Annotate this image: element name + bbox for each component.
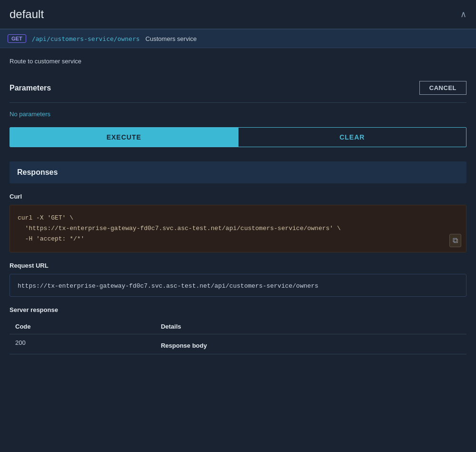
cancel-button[interactable]: CANCEL	[419, 81, 466, 95]
execute-button[interactable]: EXECUTE	[10, 128, 238, 147]
server-response-section: Server response Code Details 200 Respons…	[10, 306, 466, 354]
copy-icon[interactable]: ⧉	[449, 234, 461, 247]
api-path: /api/customers-service/owners	[32, 35, 140, 42]
curl-section: Curl curl -X 'GET' \ 'https://tx-enterpr…	[10, 193, 466, 252]
response-body-label: Response body	[161, 342, 461, 349]
response-details: Response body	[155, 334, 466, 354]
page-container: default ∧ GET /api/customers-service/own…	[0, 0, 476, 375]
table-header-row: Code Details	[10, 319, 466, 334]
clear-button[interactable]: CLEAR	[238, 128, 466, 147]
responses-title: Responses	[17, 168, 58, 176]
method-badge: GET	[8, 34, 26, 43]
page-header: default ∧	[0, 0, 476, 29]
route-description: Route to customer service	[10, 58, 466, 70]
api-description: Customers service	[146, 35, 197, 42]
curl-box: curl -X 'GET' \ 'https://tx-enterprise-g…	[10, 205, 466, 252]
collapse-icon[interactable]: ∧	[460, 9, 466, 20]
response-table: Code Details 200 Response body	[10, 319, 466, 354]
response-code: 200	[10, 334, 155, 354]
column-details: Details	[155, 319, 466, 334]
main-content: Route to customer service Parameters CAN…	[0, 48, 476, 375]
request-url-text: https://tx-enterprise-gateway-fd0c7.svc.…	[18, 282, 318, 290]
server-response-label: Server response	[10, 306, 466, 313]
column-code: Code	[10, 319, 155, 334]
request-url-label: Request URL	[10, 262, 466, 269]
action-buttons: EXECUTE CLEAR	[10, 127, 466, 147]
responses-section: Responses Curl curl -X 'GET' \ 'https://…	[10, 161, 466, 354]
responses-header: Responses	[10, 161, 466, 183]
request-url-box: https://tx-enterprise-gateway-fd0c7.svc.…	[10, 274, 466, 297]
table-row: 200 Response body	[10, 334, 466, 354]
parameters-title: Parameters	[10, 84, 51, 92]
parameters-header: Parameters CANCEL	[10, 81, 466, 103]
page-title: default	[10, 8, 44, 21]
api-bar: GET /api/customers-service/owners Custom…	[0, 29, 476, 48]
curl-label: Curl	[10, 193, 466, 200]
no-parameters-text: No parameters	[10, 110, 466, 118]
curl-code: curl -X 'GET' \ 'https://tx-enterprise-g…	[18, 213, 458, 244]
request-url-section: Request URL https://tx-enterprise-gatewa…	[10, 262, 466, 297]
